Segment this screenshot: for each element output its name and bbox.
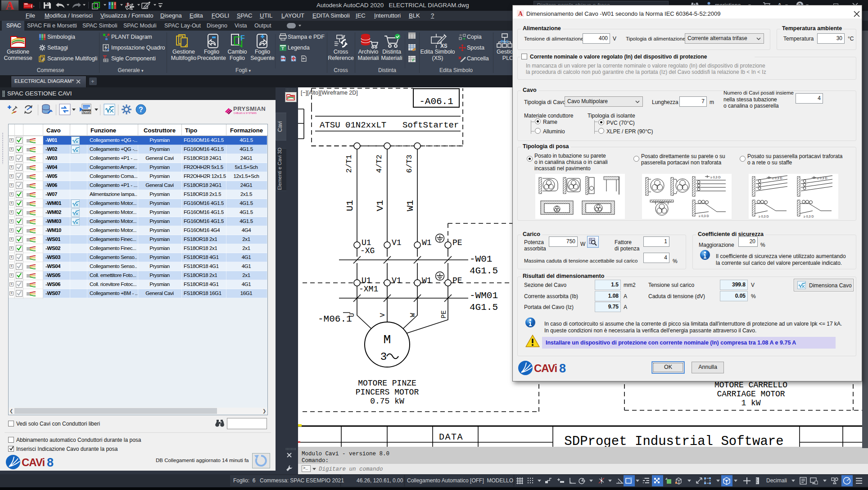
svg-text:4/T2: 4/T2 bbox=[375, 154, 384, 173]
svg-text:CAVi: CAVi bbox=[22, 456, 45, 468]
svg-text:MOTORE PINZE: MOTORE PINZE bbox=[358, 379, 416, 388]
svg-text:-XM1: -XM1 bbox=[359, 285, 378, 294]
svg-text:PINCERS MOTOR: PINCERS MOTOR bbox=[356, 388, 419, 397]
svg-text:W: W bbox=[409, 313, 417, 317]
svg-text:ATSU 01N2xxLT: ATSU 01N2xxLT bbox=[320, 120, 386, 130]
svg-text:U1: U1 bbox=[362, 276, 371, 285]
svg-text:A: A bbox=[6, 0, 14, 11]
svg-text:MOTORE CARRELLO: MOTORE CARRELLO bbox=[714, 381, 787, 390]
svg-text:XS: XS bbox=[440, 43, 447, 49]
svg-text:SDProget Industrial Software: SDProget Industrial Software bbox=[564, 434, 783, 447]
svg-text:W1: W1 bbox=[405, 200, 416, 211]
svg-text:-A06.1: -A06.1 bbox=[419, 96, 453, 107]
svg-text:V1: V1 bbox=[392, 238, 402, 247]
svg-text:4G1.5: 4G1.5 bbox=[470, 266, 498, 276]
svg-text:≥ 0,3 D: ≥ 0,3 D bbox=[772, 177, 782, 180]
svg-text:M: M bbox=[384, 333, 391, 347]
svg-text:F: F bbox=[240, 34, 245, 42]
svg-text:U1: U1 bbox=[362, 238, 371, 247]
svg-text:DATA: DATA bbox=[439, 432, 463, 442]
svg-text:0.75 kW: 0.75 kW bbox=[370, 397, 404, 406]
svg-text:≥ 0,3 D: ≥ 0,3 D bbox=[699, 214, 709, 218]
svg-text:-W01: -W01 bbox=[470, 254, 492, 264]
svg-text:CAVi: CAVi bbox=[534, 362, 557, 374]
svg-text:8: 8 bbox=[47, 456, 54, 469]
svg-text:W1: W1 bbox=[422, 238, 432, 247]
svg-text:-M06.1: -M06.1 bbox=[318, 314, 352, 324]
svg-text:CABLES & SYSTEMS: CABLES & SYSTEMS bbox=[234, 112, 257, 114]
svg-text:6/T3: 6/T3 bbox=[405, 154, 414, 173]
svg-text:4G1.5: 4G1.5 bbox=[470, 302, 498, 313]
svg-text:PLC: PLC bbox=[501, 39, 509, 44]
svg-text:?: ? bbox=[139, 106, 143, 113]
svg-text:≥ 0,3 D: ≥ 0,3 D bbox=[759, 215, 769, 218]
svg-text:-WM01: -WM01 bbox=[470, 290, 498, 301]
svg-text:PE: PE bbox=[440, 310, 448, 318]
svg-text:U: U bbox=[348, 313, 356, 317]
svg-text:3: 3 bbox=[380, 351, 387, 363]
svg-text:U1: U1 bbox=[345, 200, 355, 211]
svg-text:T: T bbox=[281, 46, 284, 51]
svg-text:V1: V1 bbox=[375, 200, 385, 211]
svg-text:-XG: -XG bbox=[360, 246, 375, 255]
svg-text:CARRIAGE MOTOR: CARRIAGE MOTOR bbox=[717, 390, 785, 399]
svg-text:1 kW: 1 kW bbox=[741, 399, 760, 408]
svg-text:PRYSMIAN: PRYSMIAN bbox=[233, 105, 266, 112]
svg-text:V: V bbox=[379, 313, 387, 317]
svg-text:SoftStarter: SoftStarter bbox=[402, 120, 459, 130]
svg-text:8: 8 bbox=[559, 362, 566, 375]
svg-text:DWG: DWG bbox=[82, 110, 91, 114]
svg-text:≥ 0,3 D: ≥ 0,3 D bbox=[817, 177, 827, 180]
svg-text:≥ 0,3 D: ≥ 0,3 D bbox=[710, 176, 721, 179]
svg-text:PE: PE bbox=[452, 276, 462, 285]
svg-text:≥ 0,3 D: ≥ 0,3 D bbox=[804, 215, 814, 218]
svg-text:PE: PE bbox=[452, 238, 462, 247]
svg-text:V1: V1 bbox=[392, 276, 402, 285]
svg-text:W1: W1 bbox=[422, 276, 432, 285]
svg-text:2/T1: 2/T1 bbox=[345, 154, 353, 173]
